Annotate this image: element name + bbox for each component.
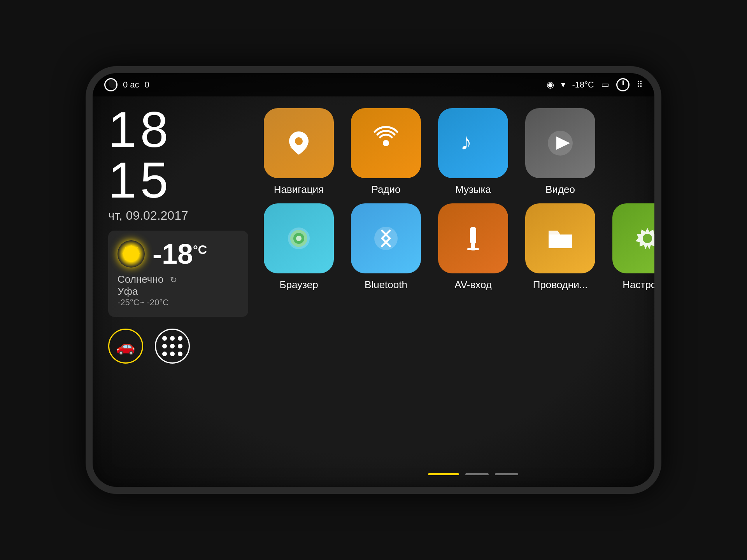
app-label-browser: Браузер [279, 279, 318, 291]
clock-time: 18 15 [108, 104, 248, 205]
svg-rect-11 [470, 227, 476, 244]
status-right: ◉ ▾ -18°C ▭ ⠿ [547, 78, 643, 91]
clock-hours: 18 [108, 101, 172, 158]
app-icon-settings [612, 203, 661, 273]
bottom-icons: 🚗 [108, 329, 248, 364]
apps-row-2: Браузер Bluetooth [260, 203, 661, 291]
app-icon-radio [351, 108, 421, 178]
car-icon: 🚗 [116, 337, 135, 355]
weather-top: -18°C [117, 240, 239, 268]
app-av[interactable]: AV-вход [434, 203, 512, 291]
music-icon-svg: ♪ [456, 126, 491, 161]
app-icon-files [525, 203, 595, 273]
app-icon-music: ♪ [438, 108, 508, 178]
page-dot-1[interactable] [428, 473, 459, 475]
av-icon-svg [456, 221, 491, 256]
app-label-navigation: Навигация [274, 184, 324, 196]
app-icon-browser [264, 203, 334, 273]
app-video[interactable]: Видео [521, 108, 599, 196]
app-icon-navigation [264, 108, 334, 178]
app-icon-bluetooth [351, 203, 421, 273]
svg-text:♪: ♪ [460, 129, 472, 155]
apps-button[interactable] [155, 329, 190, 364]
apps-panel: Навигация Радио [260, 104, 661, 479]
app-label-music: Музыка [455, 184, 491, 196]
svg-point-2 [383, 140, 389, 146]
settings-icon-svg [630, 221, 661, 256]
clock-minutes: 15 [108, 152, 172, 208]
weather-condition: Солнечно ↻ [117, 273, 239, 285]
svg-point-10 [374, 227, 398, 250]
dot-grid-icon [162, 336, 182, 356]
night-mode-icon[interactable] [104, 78, 117, 91]
status-bar: 0 ас 0 ◉ ▾ -18°C ▭ ⠿ [93, 73, 654, 96]
car-screen: 0 ас 0 ◉ ▾ -18°C ▭ ⠿ 18 15 чт, 09.02.201… [86, 66, 661, 494]
weather-refresh-button[interactable]: ↻ [170, 275, 177, 285]
clock-date: чт, 09.02.2017 [108, 208, 248, 223]
wifi-icon: ▾ [561, 80, 565, 90]
weather-range: -25°С~ -20°С [117, 298, 239, 308]
page-dot-3[interactable] [495, 473, 518, 475]
location-icon: ◉ [547, 80, 554, 90]
page-dot-2[interactable] [465, 473, 489, 475]
main-content: 18 15 чт, 09.02.2017 -18°C Солнечно ↻ [93, 96, 654, 487]
page-indicators [260, 469, 661, 479]
weather-city: Уфа [117, 285, 239, 298]
app-settings[interactable]: Настройки [608, 203, 661, 291]
weather-section: -18°C Солнечно ↻ Уфа -25°С~ -20°С [108, 231, 248, 317]
grid-icon[interactable]: ⠿ [637, 80, 643, 90]
app-label-av: AV-вход [454, 279, 492, 291]
battery-icon: ▭ [601, 80, 609, 90]
svg-point-15 [643, 234, 652, 243]
status-left: 0 ас 0 [104, 78, 149, 91]
app-icon-video [525, 108, 595, 178]
app-navigation[interactable]: Навигация [260, 108, 338, 196]
car-button[interactable]: 🚗 [108, 329, 143, 364]
app-label-settings: Настройки [622, 279, 661, 291]
app-label-bluetooth: Bluetooth [365, 279, 407, 291]
files-icon-svg [543, 221, 578, 256]
temperature-status: -18°C [572, 80, 594, 90]
svg-rect-13 [467, 248, 479, 250]
app-music[interactable]: ♪ Музыка [434, 108, 512, 196]
app-label-radio: Радио [371, 184, 400, 196]
weather-temperature: -18°C [153, 240, 207, 268]
app-icon-av [438, 203, 508, 273]
svg-point-1 [295, 137, 303, 145]
app-label-files: Проводни... [533, 279, 588, 291]
status-count2: 0 [145, 80, 149, 90]
app-bluetooth[interactable]: Bluetooth [347, 203, 425, 291]
power-button[interactable] [616, 78, 630, 91]
navigation-icon-svg [281, 126, 316, 161]
app-browser[interactable]: Браузер [260, 203, 338, 291]
apps-row-1: Навигация Радио [260, 108, 661, 196]
status-count1: 0 ас [123, 80, 139, 90]
radio-icon-svg [368, 126, 403, 161]
video-icon-svg [543, 126, 578, 161]
bluetooth-icon-svg [368, 221, 403, 256]
clock-section: 18 15 чт, 09.02.2017 [108, 104, 248, 223]
sun-icon [117, 240, 145, 268]
left-panel: 18 15 чт, 09.02.2017 -18°C Солнечно ↻ [108, 104, 248, 479]
browser-icon-svg [281, 221, 316, 256]
svg-point-9 [296, 236, 302, 241]
app-radio[interactable]: Радио [347, 108, 425, 196]
weather-info: Солнечно ↻ Уфа -25°С~ -20°С [117, 273, 239, 308]
app-files[interactable]: Проводни... [521, 203, 599, 291]
app-label-video: Видео [545, 184, 575, 196]
